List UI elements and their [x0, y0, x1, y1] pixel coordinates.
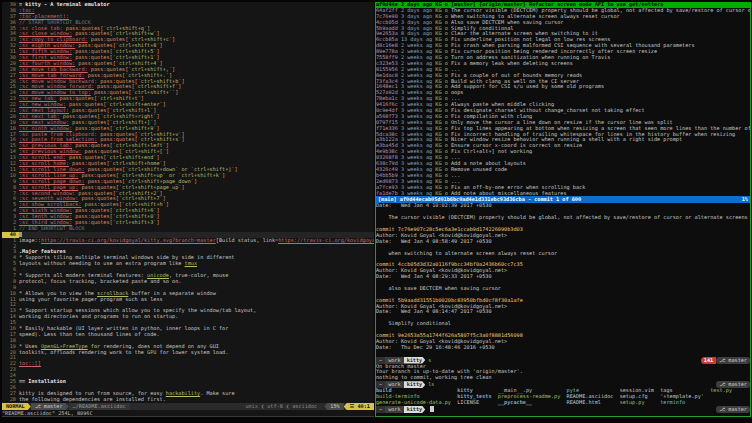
shell-prompt[interactable]: ~workkitty⎇ master — [376, 406, 750, 413]
detail-line: The cursor visible (DECTCEM) property sh… — [376, 215, 750, 221]
git-branch-badge: ⎇ master — [716, 381, 750, 388]
right-prompt: 141⎇ master — [701, 357, 750, 364]
vim-mode-indicator: NORMAL — [2, 403, 31, 410]
prompt-path-segment: ~ — [376, 357, 385, 364]
shell-command: ls — [425, 381, 434, 388]
statusline-cursor-position: ☰ 40:1 — [344, 403, 374, 410]
lines-icon: ☰ — [350, 403, 355, 409]
vim-cursor — [19, 232, 22, 237]
git-branch-badge: ⎇ master — [716, 406, 750, 413]
shell-command — [425, 406, 428, 413]
vim-command-line: "README.asciidoc" 254L, 8096C — [2, 410, 374, 416]
statusline-scroll-percent: 15% — [324, 403, 343, 410]
statusline-filename: …/README.asciidoc — [69, 403, 130, 410]
shell-command: s — [425, 357, 431, 364]
right-prompt: ⎇ master — [716, 381, 750, 388]
exit-code-badge: 141 — [701, 357, 716, 364]
shell-pane[interactable]: ~workkittys141⎇ masterOn branch masterYo… — [376, 357, 750, 413]
gitlog-statusbar-text: [main] af0d44ecab05d01b6bc0ad4e1d331ebc9… — [378, 196, 581, 203]
statusline-fileformat: unix ❮ utf-8 ❮ asciidoc — [241, 403, 324, 410]
prompt-path-segment: work — [385, 381, 404, 388]
vim-editor-pane[interactable]: 39= kitty - A terminal emulator38:toc:37… — [2, 2, 374, 417]
gitlog-statusbar: [main] af0d44ecab05d01b6bc0ad4e1d331ebc9… — [376, 196, 750, 203]
shell-cursor[interactable] — [430, 406, 434, 412]
shell-prompt[interactable]: ~workkittys141⎇ master — [376, 357, 750, 364]
prompt-path-segment: kitty — [404, 406, 426, 413]
prompt-path-segment: work — [385, 406, 404, 413]
gitlog-scroll-percent: 1% — [742, 196, 748, 203]
kitty-terminal-window: 39= kitty - A terminal emulator38:toc:37… — [0, 0, 752, 423]
git-branch-segment: ⎇ master — [31, 403, 69, 410]
vim-statusline: NORMAL ⎇ master …/README.asciidoc unix ❮… — [2, 403, 374, 410]
prompt-path-segment: ~ — [376, 406, 385, 413]
editor-line: 28the following dependencies are install… — [2, 397, 374, 403]
branch-icon: ⎇ — [35, 403, 41, 409]
git-commit-list: af0d44e 2 days ago KG o [master] {origin… — [376, 2, 750, 196]
commit-details: Date: Wed Jan 4 10:02:39 2017 +0530 The … — [376, 203, 750, 356]
right-pane: af0d44e 2 days ago KG o [master] {origin… — [375, 2, 751, 417]
prompt-path-segment: kitty — [404, 357, 426, 364]
prompt-path-segment: ~ — [376, 381, 385, 388]
right-prompt: ⎇ master — [716, 406, 750, 413]
prompt-path-segment: work — [385, 357, 404, 364]
git-branch-badge: ⎇ master — [716, 357, 750, 364]
ref-labels: [master] {origin/master} — [451, 2, 529, 7]
shell-prompt[interactable]: ~workkittyls⎇ master — [376, 381, 750, 388]
editor-buffer: 39= kitty - A terminal emulator38:toc:37… — [2, 2, 374, 403]
prompt-path-segment: kitty — [404, 381, 426, 388]
